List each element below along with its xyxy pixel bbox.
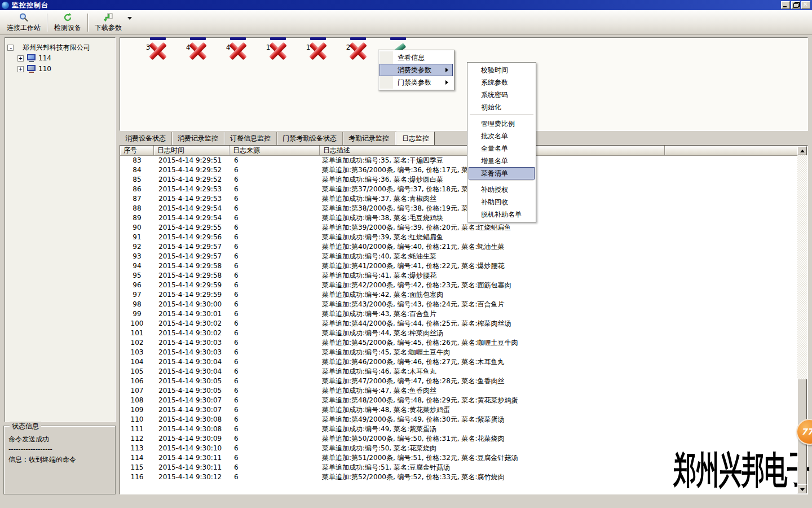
log-cell-source: 6 — [230, 185, 320, 194]
log-row[interactable]: 95 2015-4-14 9:29:58 6 菜单追加成功:编号:41, 菜名:… — [120, 271, 797, 281]
log-row[interactable]: 94 2015-4-14 9:29:58 6 菜单追加:第41/2000条, 编… — [120, 261, 797, 271]
device-item[interactable] — [368, 42, 408, 43]
submenu-item[interactable]: 全量名单 — [469, 142, 535, 155]
tree-node[interactable]: 114 — [7, 53, 113, 63]
expand-icon[interactable] — [17, 66, 24, 72]
log-row[interactable]: 91 2015-4-14 9:29:56 6 菜单追加成功:编号:39, 菜名:… — [120, 233, 797, 242]
scroll-up-icon[interactable] — [797, 146, 807, 155]
device-item[interactable]: 3 — [128, 42, 168, 51]
log-row[interactable]: 99 2015-4-14 9:30:01 6 菜单追加成功:编号:43, 菜名:… — [120, 309, 797, 319]
log-cell-desc: 菜单追加:第40/2000条, 编号:40, 价格:21元, 菜名:蚝油生菜 — [320, 242, 665, 252]
log-row[interactable]: 103 2015-4-14 9:30:03 6 菜单追加成功:编号:45, 菜名… — [120, 348, 797, 357]
context-menu-item[interactable]: 门禁类参数 — [379, 76, 453, 89]
log-row[interactable]: 97 2015-4-14 9:29:59 6 菜单追加成功:编号:42, 菜名:… — [120, 290, 797, 300]
tab[interactable]: 考勤记录监控 — [343, 132, 395, 145]
submenu-item[interactable]: 增量名单 — [469, 155, 535, 167]
log-cell-desc: 菜单追加成功:编号:43, 菜名:百合鱼片 — [320, 309, 665, 319]
tab[interactable]: 消费记录监控 — [172, 132, 224, 145]
log-row[interactable]: 89 2015-4-14 9:29:54 6 菜单追加成功:编号:38, 菜名:… — [120, 213, 797, 223]
log-row[interactable]: 110 2015-4-14 9:30:08 6 菜单追加:第49/2000条, … — [120, 415, 797, 424]
log-row[interactable]: 105 2015-4-14 9:30:04 6 菜单追加成功:编号:46, 菜名… — [120, 367, 797, 376]
submenu-item[interactable]: 系统参数 — [469, 76, 535, 89]
download-params-button[interactable]: 下载参数 — [90, 11, 126, 34]
col-header-time[interactable]: 日志时间 — [154, 146, 230, 156]
connect-workstation-label: 连接工作站 — [7, 23, 41, 33]
log-cell-id: 91 — [120, 233, 154, 242]
submenu-item[interactable]: 菜肴清单 — [469, 167, 535, 179]
log-row[interactable]: 90 2015-4-14 9:29:55 6 菜单追加:第39/2000条, 编… — [120, 223, 797, 233]
col-header-id[interactable]: 序号 — [120, 146, 154, 156]
col-header-source[interactable]: 日志来源 — [230, 146, 320, 156]
log-cell-id: 112 — [120, 434, 154, 444]
log-cell-source: 6 — [230, 386, 320, 396]
log-cell-id: 113 — [120, 444, 154, 453]
log-cell-time: 2015-4-14 9:29:53 — [154, 185, 230, 194]
context-menu-item[interactable]: 查看信息 — [379, 51, 453, 64]
restore-button[interactable] — [791, 1, 800, 9]
log-row[interactable]: 98 2015-4-14 9:30:00 6 菜单追加:第43/2000条, 编… — [120, 300, 797, 309]
device-item[interactable]: 4 — [168, 42, 208, 51]
submenu-item[interactable]: 补助回收 — [469, 196, 535, 208]
minimize-button[interactable] — [781, 1, 790, 9]
device-item[interactable]: 1 — [288, 42, 328, 51]
log-cell-id: 99 — [120, 309, 154, 319]
log-cell-desc: 菜单追加成功:编号:41, 菜名:爆炒腰花 — [320, 271, 665, 281]
log-row[interactable]: 104 2015-4-14 9:30:04 6 菜单追加:第46/2000条, … — [120, 357, 797, 367]
log-cell-time: 2015-4-14 9:29:58 — [154, 261, 230, 271]
submenu-item[interactable]: 批次名单 — [469, 130, 535, 142]
scroll-down-icon[interactable] — [797, 484, 807, 493]
submenu-item[interactable]: 初始化 — [469, 101, 535, 113]
log-cell-time: 2015-4-14 9:30:04 — [154, 357, 230, 367]
submenu-item[interactable]: 管理费比例 — [469, 117, 535, 130]
log-row[interactable]: 88 2015-4-14 9:29:54 6 菜单追加:第38/2000条, 编… — [120, 204, 797, 213]
log-cell-time: 2015-4-14 9:30:03 — [154, 338, 230, 348]
collapse-icon[interactable] — [7, 45, 14, 51]
log-row[interactable]: 109 2015-4-14 9:30:07 6 菜单追加成功:编号:48, 菜名… — [120, 405, 797, 415]
log-row[interactable]: 106 2015-4-14 9:30:05 6 菜单追加:第47/2000条, … — [120, 376, 797, 386]
log-row[interactable]: 87 2015-4-14 9:29:53 6 菜单追加成功:编号:37, 菜名:… — [120, 194, 797, 204]
connect-workstation-button[interactable]: 连接工作站 — [2, 11, 45, 34]
log-row[interactable]: 112 2015-4-14 9:30:09 6 菜单追加:第50/2000条, … — [120, 434, 797, 444]
log-row[interactable]: 101 2015-4-14 9:30:02 6 菜单追加成功:编号:44, 菜名… — [120, 329, 797, 338]
close-button[interactable] — [801, 1, 810, 9]
log-cell-time: 2015-4-14 9:29:57 — [154, 252, 230, 261]
submenu-item[interactable]: 系统密码 — [469, 89, 535, 101]
log-cell-id: 101 — [120, 329, 154, 338]
log-row[interactable]: 92 2015-4-14 9:29:57 6 菜单追加:第40/2000条, 编… — [120, 242, 797, 252]
submenu-item[interactable] — [469, 179, 535, 183]
tab[interactable]: 订餐信息监控 — [224, 132, 277, 145]
tab[interactable]: 日志监控 — [396, 132, 435, 146]
device-item[interactable]: 1 — [248, 42, 288, 51]
log-cell-id: 84 — [120, 165, 154, 175]
log-row[interactable]: 93 2015-4-14 9:29:57 6 菜单追加成功:编号:40, 菜名:… — [120, 252, 797, 261]
log-cell-time: 2015-4-14 9:29:56 — [154, 233, 230, 242]
submenu-item[interactable]: 脱机补助名单 — [469, 208, 535, 221]
device-item[interactable]: 2 — [328, 42, 368, 51]
log-row[interactable]: 100 2015-4-14 9:30:02 6 菜单追加:第44/2000条, … — [120, 319, 797, 329]
log-row[interactable]: 102 2015-4-14 9:30:03 6 菜单追加:第45/2000条, … — [120, 338, 797, 348]
log-row[interactable]: 96 2015-4-14 9:29:59 6 菜单追加:第42/2000条, 编… — [120, 281, 797, 290]
expand-icon[interactable] — [17, 55, 24, 62]
log-cell-time: 2015-4-14 9:30:02 — [154, 329, 230, 338]
tab[interactable]: 门禁考勤设备状态 — [277, 132, 343, 145]
tree-node[interactable]: 110 — [7, 64, 113, 74]
log-cell-source: 6 — [230, 281, 320, 290]
log-row[interactable]: 111 2015-4-14 9:30:08 6 菜单追加成功:编号:49, 菜名… — [120, 424, 797, 434]
log-row[interactable]: 83 2015-4-14 9:29:51 6 菜单追加成功:编号:35, 菜名:… — [120, 156, 797, 165]
log-cell-desc: 菜单追加:第42/2000条, 编号:42, 价格:23元, 菜名:面筋包塞肉 — [320, 281, 665, 290]
submenu-item[interactable]: 补助授权 — [469, 183, 535, 196]
log-row[interactable]: 108 2015-4-14 9:30:07 6 菜单追加:第48/2000条, … — [120, 396, 797, 405]
log-cell-source: 6 — [230, 463, 320, 472]
context-menu-item[interactable]: 消费类参数 — [379, 64, 453, 76]
detect-device-button[interactable]: 检测设备 — [50, 11, 86, 34]
log-row[interactable]: 86 2015-4-14 9:29:53 6 菜单追加:第37/2000条, 编… — [120, 185, 797, 194]
log-row[interactable]: 85 2015-4-14 9:29:52 6 菜单追加成功:编号:36, 菜名:… — [120, 175, 797, 185]
device-item[interactable]: 4 — [208, 42, 248, 51]
submenu-item[interactable]: 校验时间 — [469, 64, 535, 76]
submenu-item[interactable] — [469, 113, 535, 117]
log-row[interactable]: 84 2015-4-14 9:29:52 6 菜单追加:第36/2000条, 编… — [120, 165, 797, 175]
log-row[interactable]: 107 2015-4-14 9:30:05 6 菜单追加成功:编号:47, 菜名… — [120, 386, 797, 396]
download-params-dropdown-icon[interactable] — [127, 17, 132, 20]
tab[interactable]: 消费设备状态 — [120, 132, 172, 145]
tree-root[interactable]: 郑州兴邦科技有限公司 — [7, 42, 113, 52]
